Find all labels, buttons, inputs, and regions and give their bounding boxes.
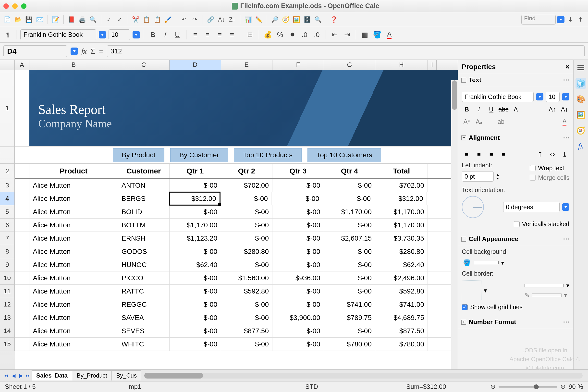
equals-icon[interactable]: = bbox=[99, 47, 104, 55]
row-header-11[interactable]: 11 bbox=[0, 285, 15, 298]
cell-q1[interactable]: $-00 bbox=[170, 285, 221, 298]
zoom-control[interactable]: ⊖ ⊕ 90 % bbox=[490, 383, 583, 390]
section-text[interactable]: −Text ⋯ bbox=[458, 74, 573, 86]
tab-last-icon[interactable]: ⏭ bbox=[24, 372, 32, 379]
col-header-a[interactable]: A bbox=[15, 60, 30, 70]
sidebar-navigator-icon[interactable]: 🧭 bbox=[576, 125, 586, 136]
remove-decimal-icon[interactable]: .0 bbox=[312, 30, 322, 40]
sidebar-size-dd[interactable] bbox=[562, 93, 570, 100]
indent-up-icon[interactable]: ▲ bbox=[496, 172, 500, 176]
left-indent-input[interactable]: 0 pt bbox=[462, 171, 494, 182]
sb-align-right-icon[interactable]: ≡ bbox=[486, 150, 496, 159]
sidebar-font-size[interactable]: 10 bbox=[546, 92, 560, 102]
cell-q4[interactable]: $-00 bbox=[324, 179, 375, 192]
cell-product[interactable]: Alice Mutton bbox=[30, 258, 118, 271]
font-name-dropdown[interactable] bbox=[99, 31, 106, 38]
vert-stacked-checkbox[interactable] bbox=[514, 221, 520, 227]
sidebar-font-name[interactable]: Franklin Gothic Book bbox=[462, 92, 534, 102]
sb-align-justify-icon[interactable]: ≡ bbox=[498, 150, 508, 159]
standard-format-icon[interactable]: ⁕ bbox=[288, 30, 297, 40]
sum-icon[interactable]: Σ bbox=[91, 47, 95, 55]
cell-q4[interactable]: $780.00 bbox=[324, 338, 375, 350]
cell-q1[interactable]: $62.40 bbox=[170, 258, 221, 271]
cell-q2[interactable]: $877.50 bbox=[221, 324, 272, 337]
cell-total[interactable]: $741.00 bbox=[375, 298, 428, 311]
zoom-out-icon[interactable]: ⊖ bbox=[490, 383, 496, 390]
cell-q3[interactable]: $-00 bbox=[272, 179, 324, 192]
number-more-icon[interactable]: ⋯ bbox=[563, 318, 570, 326]
row-header-blank[interactable] bbox=[0, 146, 15, 164]
col-header-c[interactable]: C bbox=[118, 60, 170, 70]
cell-product[interactable]: Alice Mutton bbox=[30, 324, 118, 337]
cell-q4[interactable]: $-00 bbox=[324, 245, 375, 258]
autospell-icon[interactable]: ✓ bbox=[116, 15, 124, 24]
cell-q2[interactable]: $702.00 bbox=[221, 179, 272, 192]
cell-customer[interactable]: SEVES bbox=[118, 324, 170, 337]
help-icon[interactable]: ❓ bbox=[330, 15, 338, 24]
cell-customer[interactable]: BOLID bbox=[118, 205, 170, 218]
sb-align-left-icon[interactable]: ≡ bbox=[462, 150, 472, 159]
appearance-more-icon[interactable]: ⋯ bbox=[563, 235, 570, 243]
sb-highlight-icon[interactable]: ab bbox=[496, 116, 506, 126]
chart-icon[interactable]: 📊 bbox=[244, 15, 252, 24]
sb-grow-icon[interactable]: A↑ bbox=[547, 104, 557, 114]
find-replace-icon[interactable]: 🔎 bbox=[270, 15, 279, 24]
cell-q1[interactable]: $1,123.20 bbox=[170, 232, 221, 245]
cell-q3[interactable]: $-00 bbox=[272, 192, 323, 205]
find-next-icon[interactable]: ⬆ bbox=[576, 15, 585, 24]
cell-q2[interactable]: $-00 bbox=[221, 205, 272, 218]
pdf-icon[interactable]: 📕 bbox=[67, 15, 76, 24]
merge-cells-icon[interactable]: ⊞ bbox=[245, 30, 255, 40]
cell-product[interactable]: Alice Mutton bbox=[30, 205, 118, 218]
fontcolor-icon[interactable]: A bbox=[384, 30, 394, 40]
sidebar-properties-icon[interactable]: 🧊 bbox=[576, 78, 586, 89]
line-color-swatch[interactable] bbox=[532, 294, 562, 297]
align-center-icon[interactable]: ≡ bbox=[202, 30, 212, 40]
find-dropdown[interactable] bbox=[557, 16, 564, 23]
find-input[interactable]: Find bbox=[521, 15, 556, 24]
sb-align-center-icon[interactable]: ≡ bbox=[474, 150, 484, 159]
sb-sub-icon[interactable]: Aₐ bbox=[474, 116, 484, 126]
cell-q3[interactable]: $-00 bbox=[272, 245, 324, 258]
sb-shadow-icon[interactable]: A bbox=[511, 104, 520, 114]
borders-icon[interactable]: ▦ bbox=[360, 30, 370, 40]
tab-by-product[interactable]: By Product bbox=[113, 148, 164, 162]
datasources-icon[interactable]: 🗄️ bbox=[303, 15, 312, 24]
cell-customer[interactable]: REGGC bbox=[118, 298, 170, 311]
cell-customer[interactable]: ERNSH bbox=[118, 232, 170, 245]
cell-q4[interactable]: $-00 bbox=[323, 192, 374, 205]
cell-product[interactable]: Alice Mutton bbox=[30, 272, 118, 284]
cell-q1[interactable]: $1,170.00 bbox=[170, 218, 221, 232]
col-header-i[interactable]: I bbox=[428, 60, 436, 70]
cell-total[interactable]: $877.50 bbox=[375, 324, 428, 337]
cell-q3[interactable]: $-00 bbox=[272, 218, 324, 232]
wrap-text-checkbox[interactable] bbox=[530, 165, 536, 171]
show-draw-icon[interactable]: ✏️ bbox=[254, 15, 264, 24]
row-header-2[interactable]: 2 bbox=[0, 164, 15, 179]
cell-q2[interactable]: $-00 bbox=[221, 338, 272, 350]
sidebar-font-dd[interactable] bbox=[536, 93, 544, 100]
cell-q2[interactable]: $-00 bbox=[221, 258, 272, 271]
orientation-select[interactable]: 0 degrees bbox=[503, 202, 560, 212]
gallery-icon[interactable]: 🖼️ bbox=[292, 15, 301, 24]
cell-total[interactable]: $2,496.00 bbox=[375, 272, 428, 284]
cell-q4[interactable]: $-00 bbox=[324, 258, 375, 271]
increase-indent-icon[interactable]: ⇥ bbox=[342, 30, 352, 40]
cell-q3[interactable]: $936.00 bbox=[272, 272, 324, 284]
section-appearance[interactable]: −Cell Appearance ⋯ bbox=[458, 233, 573, 245]
cell-product[interactable]: Alice Mutton bbox=[30, 311, 118, 324]
sidebar-gallery-icon[interactable]: 🖼️ bbox=[576, 109, 586, 120]
cell-q1[interactable]: $-00 bbox=[170, 245, 221, 258]
col-header-f[interactable]: F bbox=[272, 60, 324, 70]
sidebar-close-icon[interactable]: × bbox=[566, 63, 570, 71]
add-decimal-icon[interactable]: .0 bbox=[300, 30, 310, 40]
row-header-9[interactable]: 9 bbox=[0, 258, 15, 272]
row-header-13[interactable]: 13 bbox=[0, 311, 15, 324]
sheet-tab-3[interactable]: By_Cus bbox=[112, 370, 141, 380]
cell-customer[interactable]: HUNGC bbox=[118, 258, 170, 271]
cell-customer[interactable]: SAVEA bbox=[118, 311, 170, 324]
col-header-h[interactable]: H bbox=[375, 60, 428, 70]
font-size-select[interactable]: 10 bbox=[108, 30, 130, 40]
maximize-window-icon[interactable] bbox=[21, 4, 26, 9]
sheet-tab-2[interactable]: By_Product bbox=[72, 370, 112, 380]
